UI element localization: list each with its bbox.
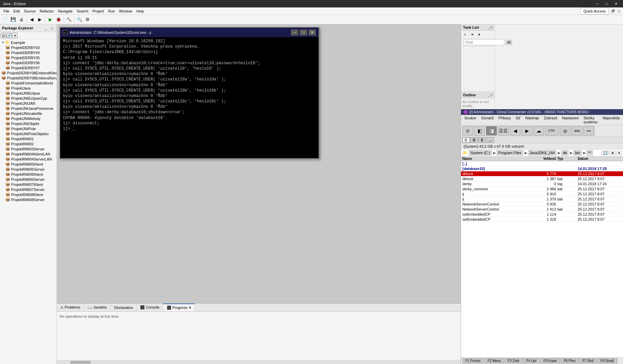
tree-item-projektrmi08server[interactable]: 📦ProjektRMI08Server [1,197,56,202]
tree-item-projektderby08embendklier[interactable]: 📦ProjektDERBY08EmbendKlier [1,70,56,75]
list-item[interactable]: [..] [461,161,623,166]
uc-btn-8[interactable]: ↦ [583,126,594,136]
uc-menu-soubor[interactable]: Soubor [462,116,478,124]
cmd-maximize-btn[interactable]: □ [300,29,307,35]
restore-btn[interactable]: 🗗 [610,8,616,14]
list-item[interactable]: setEmbeddedCP 1 114 25.12.2017 8:07 [461,212,623,217]
list-item[interactable]: derby_common 2 466 bat 25.12.2017 8:07 [461,187,623,192]
path-program-files[interactable]: Program Files [497,150,523,155]
tree-item-projektjnijar[interactable]: 📦ProjektJNIJAR [1,101,56,106]
task-list-maximize[interactable]: □ [490,25,492,29]
menu-project[interactable]: Project [90,8,106,14]
path-bin[interactable]: bin [573,150,582,155]
tree-item-projektderby03[interactable]: 📦ProjektDERBY03 [1,45,56,50]
outline-minimize[interactable]: _ [488,93,490,97]
tab-declaration[interactable]: Declaration [111,304,137,311]
path-wildcard[interactable]: ** [586,150,593,155]
debug-btn[interactable]: 🐞 [55,16,62,23]
tree-item-projektjnimetody[interactable]: 📦ProjektJNIMetody [1,116,56,121]
uc-btn-1[interactable]: ⊙ [462,126,473,136]
tree-item-projektrmi05klient[interactable]: 📦ProjektRMI05Klient [1,162,56,167]
tree-item-example[interactable]: ▼ 📁 Example [1,40,56,45]
tab-progress[interactable]: ⬛ Progress ✕ [163,304,195,311]
path-refresh-btn[interactable]: 🔄 [601,151,609,155]
maximize-btn[interactable]: □ [603,2,610,6]
delete-task-btn[interactable]: ✕ [469,31,476,38]
tree-item-projektjnipoleobjektu[interactable]: 📦ProjektJNIPoleObjektu [1,131,56,136]
uc-f1-btn[interactable]: F1 Pomoc [462,358,484,363]
uc-f7-btn[interactable]: F7 Slož [579,358,597,363]
cmd-close-btn[interactable]: ✕ [308,29,316,35]
path-bookmark-btn[interactable]: ★ [609,151,616,155]
uc-btn-7[interactable]: ≡≡ [572,126,582,136]
find-input[interactable] [464,39,504,45]
path-javajdk[interactable]: JavaJDK8_144 [528,150,557,155]
tree-item-projektrmi02[interactable]: 📦ProjektRMI02 [1,141,56,146]
menu-window[interactable]: Window [117,8,134,14]
list-item[interactable]: ij 5 910 25.12.2017 8:07 [461,192,623,197]
uc-menu-nastaveni[interactable]: Nastavení [560,116,581,124]
uc-menu-prikazy[interactable]: Příkazy [497,116,513,124]
outline-maximize[interactable]: □ [490,93,492,97]
drive-more[interactable]: ... [486,137,494,143]
tree-item-projektrmi06server[interactable]: 📦ProjektRMI06Server [1,177,56,182]
horizontal-scrollbar[interactable] [57,360,461,364]
tree-item-projektderby04[interactable]: 📦ProjektDERBY04 [1,50,56,55]
tree-item-projektderby07[interactable]: 📦ProjektDERBY07 [1,65,56,70]
menu-search[interactable]: Search [75,8,91,14]
collapse-btn[interactable]: ⊟ [1,33,6,38]
menu-edit[interactable]: Edit [11,8,22,14]
tree-item-projektjnipole[interactable]: 📦ProjektJNIPole [1,126,56,131]
uc-btn-3[interactable]: ◨ [486,126,497,136]
new-btn[interactable]: 📄 [1,16,9,23]
run-btn[interactable]: ▶ [47,16,54,23]
uc-btn-6[interactable]: ◎ [560,126,571,136]
scrollbar-thumb[interactable] [70,361,91,364]
uc-f3-btn[interactable]: F3 Zobr [505,358,523,363]
tree-item-projektrmi05server[interactable]: 📦ProjektRMI05Server [1,167,56,172]
tree-item-projektjnimakefile[interactable]: 📦ProjektJNImakefile [1,111,56,116]
new-task-btn[interactable]: + [462,31,468,38]
settings-btn[interactable]: ⚙ [84,16,91,23]
path-system-c[interactable]: System (C:) [469,150,492,155]
drive-c[interactable]: C [462,137,470,143]
uc-menu-sit[interactable]: Síť [513,116,523,124]
cmd-minimize-btn[interactable]: ─ [291,29,298,35]
uc-menu-zobrazit[interactable]: Zobrazit [542,116,559,124]
fwd-btn[interactable]: ▶ [36,16,44,23]
tree-item-projektderby06[interactable]: 📦ProjektDERBY06 [1,60,56,65]
tree-item-projektjnieclipse[interactable]: 📦ProjektJNIEclipse [1,91,56,96]
menu-source[interactable]: Source [22,8,38,14]
tree-item-projektjnieclipsecpp[interactable]: 📦ProjektJNIEclipseCpp [1,96,56,101]
menu-help[interactable]: Help [134,8,146,14]
drive-e[interactable]: E [479,137,486,143]
menu-navigate[interactable]: Navigate [56,8,74,14]
uc-menu-nastroje[interactable]: Nástroje [523,116,541,124]
back-btn[interactable]: ◀ [28,16,36,23]
build-btn[interactable]: 🔨 [65,16,73,23]
save-btn[interactable]: 💾 [9,16,17,23]
list-item[interactable]: setEmbeddedCP 1 318 25.12.2017 8:07 [461,217,623,222]
list-item[interactable]: dblook 5 774 25.12.2017 8:07 [461,171,623,176]
print-btn[interactable]: 🖨 [18,16,25,23]
tree-item-projektderby05[interactable]: 📦ProjektDERBY05 [1,55,56,60]
tab-console[interactable]: ⬛ Console [137,304,163,311]
tree-item-projektjava[interactable]: 📦ProjektJava [1,86,56,91]
uc-f6-btn[interactable]: F6 Přes [561,358,579,363]
uc-f2-btn[interactable]: F2 Menu [485,358,504,363]
tree-item-projektrmi06klient[interactable]: 📦ProjektRMI06Klient [1,172,56,177]
tree-item-projektderby08embendserv[interactable]: 📦ProjektDERBY08EmbendServ [1,75,56,80]
tab-problems[interactable]: ⚠ Problems [57,304,84,311]
tree-item-projektrmi08klient[interactable]: 📦ProjektRMI08Klient [1,192,56,197]
uc-menu-oznacit[interactable]: Označit [479,116,495,124]
tab-javadoc[interactable]: 📖 Javadoc [84,304,111,311]
uc-btn-5[interactable]: ☁ [533,126,544,136]
menu-refactor[interactable]: Refactor [38,8,56,14]
uc-menu-slozky[interactable]: Složky systému [581,116,600,124]
drive-d[interactable]: D [470,137,478,143]
uc-btn-left[interactable]: ◀ [510,126,521,136]
list-item[interactable]: NetworkServerControl 5 835 25.12.2017 8:… [461,202,623,207]
tree-item-projektrmi04klientlan[interactable]: 📦ProjektRMI04KlientLAN [1,151,56,156]
menu-run[interactable]: Run [106,8,117,14]
link-btn[interactable]: 🔗 [6,33,12,38]
